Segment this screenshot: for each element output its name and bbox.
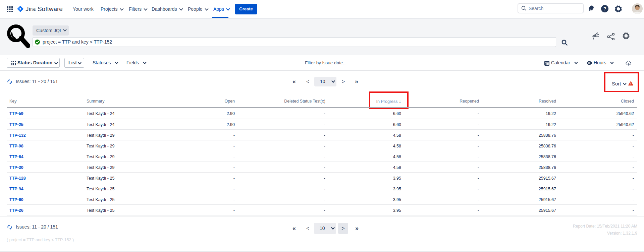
svg-text:?: ? — [603, 6, 606, 11]
